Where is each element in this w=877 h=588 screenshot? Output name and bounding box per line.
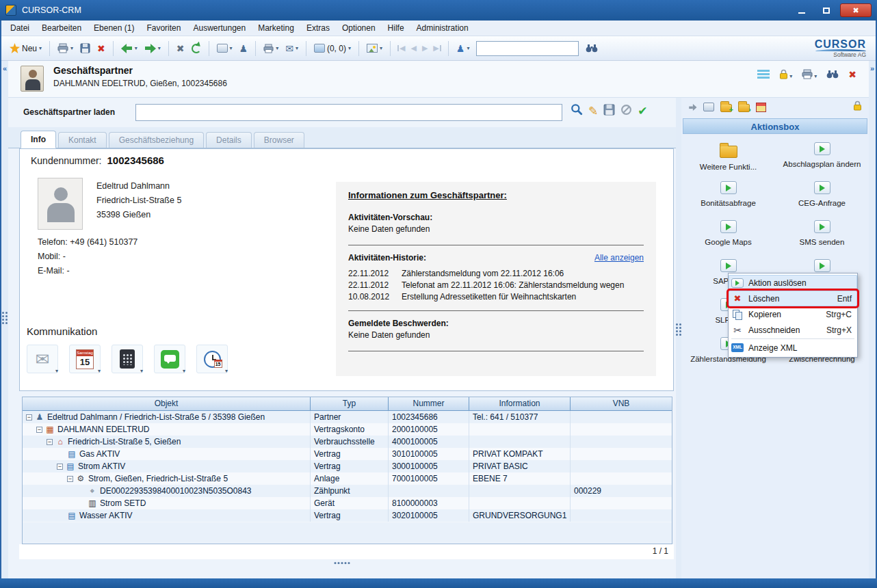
task-action-button[interactable]: 15 ▾ — [196, 345, 228, 373]
tree-row[interactable]: ⌖DE00022935398400010023N5035O0843Zählpun… — [23, 485, 672, 497]
tree-row[interactable]: −▦DAHLMANN EDELTRUDVertragskonto20001000… — [23, 423, 672, 436]
menu-item-auswertungen[interactable]: Auswertungen — [187, 21, 252, 35]
mail-button[interactable]: ✉▾ — [283, 40, 301, 57]
menu-item-optionen[interactable]: Optionen — [336, 21, 382, 35]
print-view-button[interactable]: ▾ — [802, 69, 817, 79]
tree-row[interactable]: −♟Edeltrud Dahlmann / Friedrich-List-Str… — [23, 411, 672, 423]
menu-item-marketing[interactable]: Marketing — [252, 21, 300, 35]
tree-row[interactable]: −⚙Strom, Gießen, Friedrich-List-Straße 5… — [23, 472, 672, 485]
search-view-button[interactable] — [826, 70, 839, 79]
search-button[interactable] — [571, 103, 583, 118]
menu-item-administration[interactable]: Administration — [410, 21, 475, 35]
column-header-nummer[interactable]: Nummer — [389, 397, 469, 410]
lock-button[interactable]: ▾ — [779, 69, 792, 79]
print-button[interactable]: ▾ — [55, 40, 76, 57]
collapse-icon[interactable]: − — [47, 439, 53, 445]
collapse-right-icon[interactable]: » — [869, 64, 876, 72]
first-record-button[interactable]: ◀ — [395, 40, 407, 57]
tree-row[interactable]: ▤Wasser AKTIVVertrag3020100005GRUNDVERSO… — [23, 509, 672, 522]
selection-counter-button[interactable]: (0, 0) ▾ — [311, 40, 354, 57]
left-collapse-strip[interactable]: « — [1, 61, 8, 578]
window-icon[interactable] — [703, 103, 714, 111]
tab-kontakt[interactable]: Kontakt — [58, 132, 107, 148]
contact-search-button[interactable]: ♟▾ — [454, 40, 473, 57]
cancel-button[interactable]: ✖ — [174, 40, 187, 57]
context-menu-item-ausschneiden[interactable]: ✂AusschneidenStrg+X — [729, 322, 857, 338]
tree-row[interactable]: ▤Gas AKTIVVertrag3010100005PRIVAT KOMPAK… — [23, 448, 672, 460]
tree-row[interactable]: −⌂Friedrich-List-Straße 5, GießenVerbrau… — [23, 436, 672, 448]
tab-gesch-ftsbeziehung[interactable]: Geschäftsbeziehung — [109, 132, 204, 148]
tab-info[interactable]: Info — [21, 131, 56, 148]
close-view-icon[interactable]: ✖ — [848, 70, 856, 79]
splitter-grip[interactable] — [1, 312, 8, 324]
refresh-button[interactable] — [189, 40, 204, 57]
calendar-icon[interactable] — [756, 103, 766, 112]
menu-item-ebenen-1[interactable]: Ebenen (1) — [88, 21, 140, 35]
last-record-button[interactable]: ▶ — [431, 40, 443, 57]
show-all-link[interactable]: Alle anzeigen — [594, 253, 644, 263]
menu-icon[interactable] — [757, 70, 770, 79]
menu-item-extras[interactable]: Extras — [300, 21, 336, 35]
horizontal-splitter[interactable] — [335, 562, 350, 564]
add-folder-icon[interactable]: + — [720, 104, 732, 112]
menu-item-hilfe[interactable]: Hilfe — [382, 21, 410, 35]
next-record-button[interactable]: ▶ — [420, 40, 430, 57]
image-button[interactable]: ▾ — [364, 40, 385, 57]
previous-record-button[interactable]: ◀ — [408, 40, 418, 57]
clear-button[interactable] — [620, 104, 632, 118]
column-header-typ[interactable]: Typ — [311, 397, 389, 410]
minimize-button[interactable] — [791, 3, 813, 17]
forward-button[interactable]: ▾ — [142, 40, 163, 57]
menu-item-favoriten[interactable]: Favoriten — [140, 21, 187, 35]
action-google-maps[interactable]: Google Maps — [681, 216, 775, 255]
forward-action-icon[interactable] — [689, 104, 697, 111]
assign-contact-button[interactable]: ♟ — [237, 40, 251, 57]
back-button[interactable]: ▾ — [118, 40, 140, 57]
quick-search-input[interactable] — [476, 41, 579, 56]
context-menu-item-anzeige-xml[interactable]: XMLAnzeige XML — [729, 340, 857, 356]
context-menu-item-aktion-ausl-sen[interactable]: Aktion auslösen — [729, 275, 857, 291]
loader-input[interactable] — [135, 104, 562, 121]
history-item[interactable]: 10.08.2012Erstellung Adressetiketten für… — [348, 291, 644, 303]
lock-button[interactable] — [853, 101, 862, 113]
vertical-splitter[interactable] — [676, 98, 681, 578]
phone-action-button[interactable]: ▾ — [112, 345, 143, 373]
appointment-action-button[interactable]: Samstag 15 ▾ — [69, 345, 101, 373]
context-menu-item-l-schen[interactable]: ✖LöschenEntf — [729, 291, 857, 306]
collapse-left-icon[interactable]: « — [1, 64, 8, 72]
sms-action-button[interactable]: ▾ — [154, 345, 185, 373]
column-header-information[interactable]: Information — [469, 397, 571, 410]
tab-details[interactable]: Details — [206, 132, 252, 148]
action-abschlagsplan-ndern[interactable]: Abschlagsplan ändern — [775, 138, 869, 177]
history-item[interactable]: 22.11.2012Telefonat am 22.11.2012 16:06:… — [348, 280, 644, 291]
tab-browser[interactable]: Browser — [254, 132, 304, 148]
import-folder-icon[interactable]: › — [738, 104, 750, 112]
column-header-objekt[interactable]: Objekt — [23, 397, 311, 410]
collapse-icon[interactable]: − — [26, 414, 32, 420]
action-weitere-funkti[interactable]: Weitere Funkti... — [681, 138, 775, 177]
collapse-icon[interactable]: − — [36, 427, 42, 433]
window-mask-button[interactable]: ▾ — [214, 40, 235, 57]
action-ceg-anfrage[interactable]: CEG-Anfrage — [775, 177, 869, 216]
action-sms-senden[interactable]: SMS senden — [775, 216, 869, 255]
right-collapse-strip[interactable]: » — [869, 61, 876, 578]
collapse-icon[interactable]: − — [67, 476, 73, 482]
action-bonit-tsabfrage[interactable]: Bonitätsabfrage — [681, 177, 775, 216]
tree-row[interactable]: ▥Strom SETDGerät8100000003 — [23, 497, 672, 509]
context-menu-item-kopieren[interactable]: KopierenStrg+C — [729, 306, 857, 322]
print-list-button[interactable]: ▾ — [261, 40, 281, 57]
new-button[interactable]: Neu ▾ — [7, 40, 44, 57]
email-action-button[interactable]: ✉ ▾ — [27, 345, 58, 373]
delete-button[interactable]: ✖ — [94, 40, 108, 57]
save-search-button[interactable] — [603, 104, 615, 118]
collapse-icon[interactable]: − — [57, 464, 63, 470]
history-item[interactable]: 22.11.2012Zählerstandsmeldung vom 22.11.… — [348, 268, 644, 280]
save-button[interactable] — [77, 40, 93, 57]
maximize-button[interactable] — [815, 3, 837, 17]
column-header-vnb[interactable]: VNB — [571, 397, 672, 410]
edit-button[interactable]: ✎ — [588, 105, 598, 117]
menu-item-bearbeiten[interactable]: Bearbeiten — [36, 21, 88, 35]
confirm-button[interactable]: ✔ — [638, 105, 647, 117]
search-button[interactable] — [583, 40, 601, 57]
tree-row[interactable]: −▤Strom AKTIVVertrag3000100005PRIVAT BAS… — [23, 460, 672, 472]
